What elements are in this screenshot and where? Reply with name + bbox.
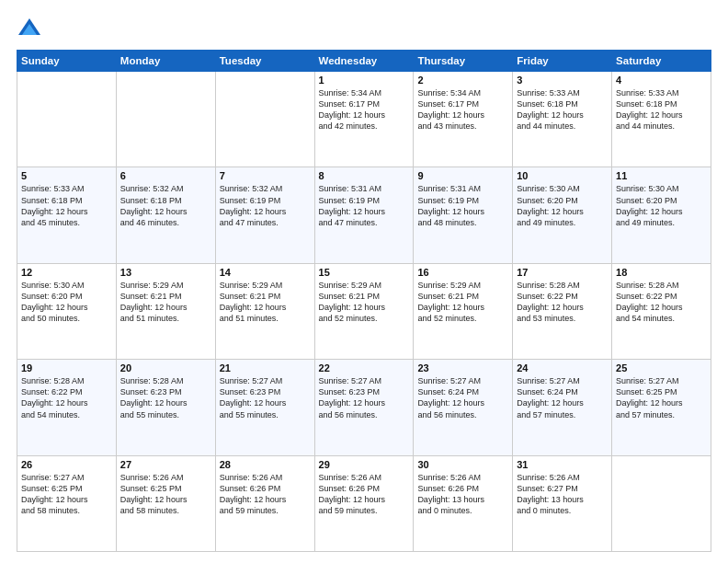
calendar-cell: 30Sunrise: 5:26 AM Sunset: 6:26 PM Dayli… bbox=[414, 455, 513, 551]
week-row-2: 5Sunrise: 5:33 AM Sunset: 6:18 PM Daylig… bbox=[17, 167, 711, 263]
calendar-cell: 11Sunrise: 5:30 AM Sunset: 6:20 PM Dayli… bbox=[612, 167, 711, 263]
day-number: 28 bbox=[220, 459, 311, 470]
cell-info: Sunrise: 5:26 AM Sunset: 6:26 PM Dayligh… bbox=[319, 472, 410, 517]
logo bbox=[17, 17, 46, 42]
cell-info: Sunrise: 5:28 AM Sunset: 6:22 PM Dayligh… bbox=[21, 375, 112, 420]
cell-info: Sunrise: 5:29 AM Sunset: 6:21 PM Dayligh… bbox=[220, 280, 311, 325]
calendar-cell: 18Sunrise: 5:28 AM Sunset: 6:22 PM Dayli… bbox=[612, 263, 711, 359]
cell-info: Sunrise: 5:29 AM Sunset: 6:21 PM Dayligh… bbox=[319, 280, 410, 325]
calendar-cell bbox=[215, 72, 314, 167]
day-number: 7 bbox=[220, 170, 311, 181]
page: SundayMondayTuesdayWednesdayThursdayFrid… bbox=[0, 0, 728, 563]
calendar-cell: 22Sunrise: 5:27 AM Sunset: 6:23 PM Dayli… bbox=[314, 360, 414, 455]
cell-info: Sunrise: 5:33 AM Sunset: 6:18 PM Dayligh… bbox=[21, 183, 112, 228]
calendar-cell: 16Sunrise: 5:29 AM Sunset: 6:21 PM Dayli… bbox=[414, 263, 513, 359]
day-number: 14 bbox=[220, 267, 311, 278]
calendar-cell: 29Sunrise: 5:26 AM Sunset: 6:26 PM Dayli… bbox=[314, 455, 414, 551]
day-number: 12 bbox=[21, 267, 112, 278]
day-number: 21 bbox=[220, 362, 311, 373]
week-row-1: 1Sunrise: 5:34 AM Sunset: 6:17 PM Daylig… bbox=[17, 72, 711, 167]
cell-info: Sunrise: 5:27 AM Sunset: 6:24 PM Dayligh… bbox=[517, 375, 608, 420]
cell-info: Sunrise: 5:29 AM Sunset: 6:21 PM Dayligh… bbox=[120, 280, 211, 325]
day-header-sunday: Sunday bbox=[17, 51, 117, 72]
cell-info: Sunrise: 5:34 AM Sunset: 6:17 PM Dayligh… bbox=[417, 87, 508, 132]
day-number: 6 bbox=[120, 170, 211, 181]
calendar-cell: 24Sunrise: 5:27 AM Sunset: 6:24 PM Dayli… bbox=[513, 360, 612, 455]
calendar-cell: 6Sunrise: 5:32 AM Sunset: 6:18 PM Daylig… bbox=[116, 167, 215, 263]
calendar-cell: 4Sunrise: 5:33 AM Sunset: 6:18 PM Daylig… bbox=[612, 72, 711, 167]
day-number: 4 bbox=[616, 75, 707, 86]
calendar-cell: 5Sunrise: 5:33 AM Sunset: 6:18 PM Daylig… bbox=[17, 167, 117, 263]
calendar-cell: 17Sunrise: 5:28 AM Sunset: 6:22 PM Dayli… bbox=[513, 263, 612, 359]
day-number: 29 bbox=[319, 459, 410, 470]
cell-info: Sunrise: 5:30 AM Sunset: 6:20 PM Dayligh… bbox=[616, 183, 707, 228]
week-row-5: 26Sunrise: 5:27 AM Sunset: 6:25 PM Dayli… bbox=[17, 455, 711, 551]
day-number: 22 bbox=[319, 362, 410, 373]
calendar-cell: 7Sunrise: 5:32 AM Sunset: 6:19 PM Daylig… bbox=[215, 167, 314, 263]
cell-info: Sunrise: 5:27 AM Sunset: 6:25 PM Dayligh… bbox=[616, 375, 707, 420]
cell-info: Sunrise: 5:30 AM Sunset: 6:20 PM Dayligh… bbox=[517, 183, 608, 228]
day-number: 11 bbox=[616, 170, 707, 181]
day-number: 27 bbox=[120, 459, 211, 470]
cell-info: Sunrise: 5:31 AM Sunset: 6:19 PM Dayligh… bbox=[417, 183, 508, 228]
calendar-cell: 13Sunrise: 5:29 AM Sunset: 6:21 PM Dayli… bbox=[116, 263, 215, 359]
logo-icon bbox=[17, 17, 42, 42]
calendar-cell: 1Sunrise: 5:34 AM Sunset: 6:17 PM Daylig… bbox=[314, 72, 414, 167]
day-number: 15 bbox=[319, 267, 410, 278]
calendar-table: SundayMondayTuesdayWednesdayThursdayFrid… bbox=[17, 50, 711, 552]
calendar-cell: 9Sunrise: 5:31 AM Sunset: 6:19 PM Daylig… bbox=[414, 167, 513, 263]
day-header-wednesday: Wednesday bbox=[314, 51, 414, 72]
day-number: 30 bbox=[417, 459, 508, 470]
day-number: 9 bbox=[417, 170, 508, 181]
cell-info: Sunrise: 5:32 AM Sunset: 6:18 PM Dayligh… bbox=[120, 183, 211, 228]
calendar-cell: 10Sunrise: 5:30 AM Sunset: 6:20 PM Dayli… bbox=[513, 167, 612, 263]
cell-info: Sunrise: 5:28 AM Sunset: 6:22 PM Dayligh… bbox=[616, 280, 707, 325]
calendar-cell bbox=[17, 72, 117, 167]
day-header-monday: Monday bbox=[116, 51, 215, 72]
calendar-cell: 31Sunrise: 5:26 AM Sunset: 6:27 PM Dayli… bbox=[513, 455, 612, 551]
cell-info: Sunrise: 5:27 AM Sunset: 6:24 PM Dayligh… bbox=[417, 375, 508, 420]
cell-info: Sunrise: 5:26 AM Sunset: 6:27 PM Dayligh… bbox=[517, 472, 608, 517]
calendar-cell: 8Sunrise: 5:31 AM Sunset: 6:19 PM Daylig… bbox=[314, 167, 414, 263]
calendar-cell: 15Sunrise: 5:29 AM Sunset: 6:21 PM Dayli… bbox=[314, 263, 414, 359]
day-number: 23 bbox=[417, 362, 508, 373]
calendar-cell: 25Sunrise: 5:27 AM Sunset: 6:25 PM Dayli… bbox=[612, 360, 711, 455]
day-number: 5 bbox=[21, 170, 112, 181]
day-number: 17 bbox=[517, 267, 608, 278]
day-number: 26 bbox=[21, 459, 112, 470]
day-number: 19 bbox=[21, 362, 112, 373]
calendar-cell: 23Sunrise: 5:27 AM Sunset: 6:24 PM Dayli… bbox=[414, 360, 513, 455]
day-number: 3 bbox=[517, 75, 608, 86]
day-number: 31 bbox=[517, 459, 608, 470]
cell-info: Sunrise: 5:33 AM Sunset: 6:18 PM Dayligh… bbox=[616, 87, 707, 132]
cell-info: Sunrise: 5:34 AM Sunset: 6:17 PM Dayligh… bbox=[319, 87, 410, 132]
calendar-cell: 2Sunrise: 5:34 AM Sunset: 6:17 PM Daylig… bbox=[414, 72, 513, 167]
cell-info: Sunrise: 5:33 AM Sunset: 6:18 PM Dayligh… bbox=[517, 87, 608, 132]
cell-info: Sunrise: 5:32 AM Sunset: 6:19 PM Dayligh… bbox=[220, 183, 311, 228]
calendar-cell bbox=[116, 72, 215, 167]
day-number: 16 bbox=[417, 267, 508, 278]
day-header-tuesday: Tuesday bbox=[215, 51, 314, 72]
cell-info: Sunrise: 5:27 AM Sunset: 6:25 PM Dayligh… bbox=[21, 472, 112, 517]
calendar-cell: 26Sunrise: 5:27 AM Sunset: 6:25 PM Dayli… bbox=[17, 455, 117, 551]
cell-info: Sunrise: 5:26 AM Sunset: 6:26 PM Dayligh… bbox=[220, 472, 311, 517]
day-header-thursday: Thursday bbox=[414, 51, 513, 72]
calendar-cell: 3Sunrise: 5:33 AM Sunset: 6:18 PM Daylig… bbox=[513, 72, 612, 167]
calendar-cell: 28Sunrise: 5:26 AM Sunset: 6:26 PM Dayli… bbox=[215, 455, 314, 551]
cell-info: Sunrise: 5:26 AM Sunset: 6:25 PM Dayligh… bbox=[120, 472, 211, 517]
week-row-4: 19Sunrise: 5:28 AM Sunset: 6:22 PM Dayli… bbox=[17, 360, 711, 455]
cell-info: Sunrise: 5:27 AM Sunset: 6:23 PM Dayligh… bbox=[220, 375, 311, 420]
cell-info: Sunrise: 5:26 AM Sunset: 6:26 PM Dayligh… bbox=[417, 472, 508, 517]
calendar-cell: 19Sunrise: 5:28 AM Sunset: 6:22 PM Dayli… bbox=[17, 360, 117, 455]
day-number: 1 bbox=[319, 75, 410, 86]
cell-info: Sunrise: 5:28 AM Sunset: 6:23 PM Dayligh… bbox=[120, 375, 211, 420]
cell-info: Sunrise: 5:27 AM Sunset: 6:23 PM Dayligh… bbox=[319, 375, 410, 420]
cell-info: Sunrise: 5:28 AM Sunset: 6:22 PM Dayligh… bbox=[517, 280, 608, 325]
day-number: 18 bbox=[616, 267, 707, 278]
cell-info: Sunrise: 5:29 AM Sunset: 6:21 PM Dayligh… bbox=[417, 280, 508, 325]
calendar-cell bbox=[612, 455, 711, 551]
day-header-saturday: Saturday bbox=[612, 51, 711, 72]
day-number: 13 bbox=[120, 267, 211, 278]
day-number: 24 bbox=[517, 362, 608, 373]
calendar-cell: 21Sunrise: 5:27 AM Sunset: 6:23 PM Dayli… bbox=[215, 360, 314, 455]
